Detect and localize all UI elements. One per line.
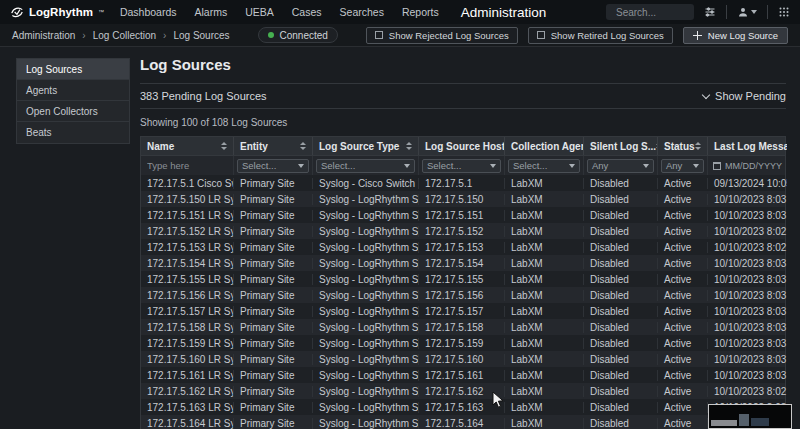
column-header-label: Name xyxy=(147,141,174,152)
logrhythm-logo[interactable]: LogRhythm ™ xyxy=(10,5,104,19)
chevron-down-icon xyxy=(702,90,710,98)
breadcrumb-log-collection[interactable]: Log Collection xyxy=(93,30,156,41)
log-source-type-filter-select[interactable]: Select... xyxy=(316,159,415,173)
cell-silent-log-source: Disabled xyxy=(584,338,658,349)
search-input[interactable] xyxy=(614,6,686,19)
cell-silent-log-source: Disabled xyxy=(584,226,658,237)
table-row[interactable]: 172.17.5.159 LR Sysl... Primary Site Sys… xyxy=(141,335,785,351)
sidebar-item-log-sources[interactable]: Log Sources xyxy=(17,59,129,80)
table-row[interactable]: 172.17.5.152 LR Sysl... Primary Site Sys… xyxy=(141,223,785,239)
cell-log-source-type: Syslog - LogRhythm Syslog Ge... xyxy=(313,306,419,317)
show-pending-toggle[interactable]: Show Pending xyxy=(703,90,786,102)
cell-log-source-type: Syslog - LogRhythm Syslog Ge... xyxy=(313,274,419,285)
cell-name: 172.17.5.154 LR Sysl... xyxy=(141,258,234,269)
select-placeholder: Select... xyxy=(427,160,461,171)
table-row[interactable]: 172.17.5.163 LR Sysl... Primary Site Sys… xyxy=(141,399,785,415)
cell-log-source-host: 172.17.5.158 xyxy=(419,322,505,333)
cell-entity: Primary Site xyxy=(234,418,313,429)
cell-silent-log-source: Disabled xyxy=(584,306,658,317)
cell-collection-agent: LabXM xyxy=(505,258,584,269)
sidebar-item-open-collectors[interactable]: Open Collectors xyxy=(17,101,129,122)
column-header-log-source-type[interactable]: Log Source Type xyxy=(313,137,419,155)
showing-count-label: Showing 100 of 108 Log Sources xyxy=(140,117,786,128)
cell-last-log-message: 10/10/2023 8:02 am xyxy=(708,242,787,253)
table-row[interactable]: 172.17.5.162 LR Sysl... Primary Site Sys… xyxy=(141,383,785,399)
cell-collection-agent: LabXM xyxy=(505,210,584,221)
top-nav: LogRhythm ™ Dashboards Alarms UEBA Cases… xyxy=(0,0,800,24)
cell-log-source-type: Syslog - LogRhythm Syslog Ge... xyxy=(313,226,419,237)
cell-last-log-message: 10/10/2023 8:03 am xyxy=(708,194,787,205)
cell-log-source-type: Syslog - LogRhythm Syslog Ge... xyxy=(313,194,419,205)
date-filter[interactable]: MM/DD/YYYY xyxy=(711,161,784,171)
table-row[interactable]: 172.17.5.161 LR Sysl... Primary Site Sys… xyxy=(141,367,785,383)
user-icon xyxy=(737,6,749,18)
table-row[interactable]: 172.17.5.153 LR Sysl... Primary Site Sys… xyxy=(141,239,785,255)
column-header-status[interactable]: Status xyxy=(658,137,708,155)
logo-text: LogRhythm xyxy=(29,6,93,18)
cell-entity: Primary Site xyxy=(234,194,313,205)
column-header-silent-log-source[interactable]: Silent Log S... xyxy=(584,137,658,155)
new-log-source-button[interactable]: New Log Source xyxy=(683,27,788,44)
cell-status: Active xyxy=(658,290,708,301)
show-retired-checkbox[interactable]: Show Retired Log Sources xyxy=(528,27,673,44)
table-row[interactable]: 172.17.5.155 LR Sysl... Primary Site Sys… xyxy=(141,271,785,287)
collection-agent-filter-select[interactable]: Select... xyxy=(508,159,580,173)
filter-cell-collection-agent: Select... xyxy=(505,156,584,175)
plus-icon xyxy=(693,31,702,40)
column-header-name[interactable]: Name xyxy=(141,137,234,155)
cell-log-source-type: Syslog - LogRhythm Syslog Ge... xyxy=(313,322,419,333)
page-title: Log Sources xyxy=(140,56,786,73)
status-filter-select[interactable]: Any xyxy=(661,159,704,173)
entity-filter-select[interactable]: Select... xyxy=(237,159,309,173)
sidebar-item-beats[interactable]: Beats xyxy=(17,122,129,143)
column-header-log-source-host[interactable]: Log Source Host xyxy=(419,137,505,155)
table-row[interactable]: 172.17.5.151 LR Sysl... Primary Site Sys… xyxy=(141,207,785,223)
table-row[interactable]: 172.17.5.164 LR Sysl... Primary Site Sys… xyxy=(141,415,785,429)
silent-log-source-filter-select[interactable]: Any xyxy=(587,159,654,173)
table-row[interactable]: 172.17.5.157 LR Sysl... Primary Site Sys… xyxy=(141,303,785,319)
name-filter-input[interactable] xyxy=(144,160,230,171)
caret-down-icon xyxy=(693,164,699,168)
cell-log-source-host: 172.17.5.155 xyxy=(419,274,505,285)
log-source-host-filter-select[interactable]: Select... xyxy=(422,159,501,173)
table-row[interactable]: 172.17.5.160 LR Sysl... Primary Site Sys… xyxy=(141,351,785,367)
cell-log-source-host: 172.17.5.1 xyxy=(419,178,505,189)
table-row[interactable]: 172.17.5.158 LR Sysl... Primary Site Sys… xyxy=(141,319,785,335)
cell-log-source-host: 172.17.5.162 xyxy=(419,386,505,397)
column-header-last-log-message[interactable]: Last Log Message xyxy=(708,137,787,155)
nav-item-ueba[interactable]: UEBA xyxy=(245,6,274,18)
show-rejected-checkbox[interactable]: Show Rejected Log Sources xyxy=(366,27,518,44)
breadcrumb-administration[interactable]: Administration xyxy=(12,30,75,41)
cell-log-source-type: Syslog - LogRhythm Syslog Ge... xyxy=(313,258,419,269)
column-header-collection-agent[interactable]: Collection Agent xyxy=(505,137,584,155)
cell-last-log-message: 10/10/2023 8:03 am xyxy=(708,322,787,333)
user-menu[interactable] xyxy=(737,6,757,18)
cell-collection-agent: LabXM xyxy=(505,418,584,429)
nav-item-dashboards[interactable]: Dashboards xyxy=(120,6,177,18)
nav-item-reports[interactable]: Reports xyxy=(402,6,439,18)
settings-sliders-icon[interactable] xyxy=(704,6,716,18)
global-search[interactable] xyxy=(606,4,694,20)
connection-status-badge: Connected xyxy=(258,27,337,43)
nav-item-alarms[interactable]: Alarms xyxy=(195,6,228,18)
column-header-entity[interactable]: Entity xyxy=(234,137,313,155)
table-row[interactable]: 172.17.5.150 LR Sysl... Primary Site Sys… xyxy=(141,191,785,207)
cell-status: Active xyxy=(658,194,708,205)
cell-status: Active xyxy=(658,338,708,349)
table-row[interactable]: 172.17.5.154 LR Sysl... Primary Site Sys… xyxy=(141,255,785,271)
new-log-source-label: New Log Source xyxy=(708,30,778,41)
cell-log-source-host: 172.17.5.159 xyxy=(419,338,505,349)
table-row[interactable]: 172.17.5.156 LR Sysl... Primary Site Sys… xyxy=(141,287,785,303)
apps-grid-icon[interactable] xyxy=(778,6,790,18)
sidebar-item-agents[interactable]: Agents xyxy=(17,80,129,101)
cell-entity: Primary Site xyxy=(234,258,313,269)
cell-log-source-host: 172.17.5.151 xyxy=(419,210,505,221)
cell-name: 172.17.5.1 Cisco Swit... xyxy=(141,178,234,189)
trademark: ™ xyxy=(98,9,104,15)
table-row[interactable]: 172.17.5.1 Cisco Swit... Primary Site Sy… xyxy=(141,175,785,191)
nav-item-searches[interactable]: Searches xyxy=(340,6,384,18)
cell-entity: Primary Site xyxy=(234,370,313,381)
cell-name: 172.17.5.155 LR Sysl... xyxy=(141,274,234,285)
cell-log-source-host: 172.17.5.153 xyxy=(419,242,505,253)
nav-item-cases[interactable]: Cases xyxy=(292,6,322,18)
